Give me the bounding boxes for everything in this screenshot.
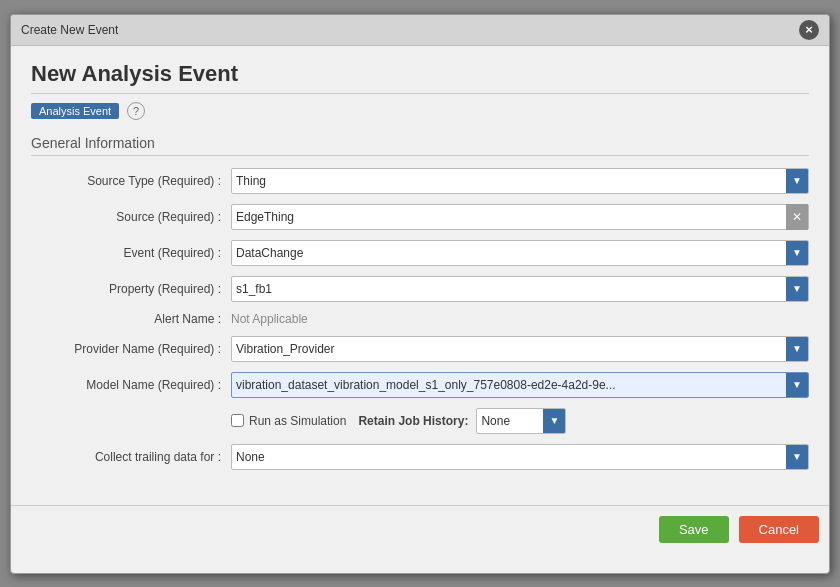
save-button[interactable]: Save [659, 516, 729, 543]
provider-name-label: Provider Name (Required) : [31, 342, 231, 356]
property-row: Property (Required) : s1_fb1 ▼ [31, 276, 809, 302]
model-dropdown-arrow[interactable]: ▼ [786, 373, 808, 397]
event-control: DataChange ▼ [231, 240, 809, 266]
event-dropdown-arrow[interactable]: ▼ [786, 241, 808, 265]
source-type-control: Thing ▼ [231, 168, 809, 194]
event-select[interactable]: DataChange ▼ [231, 240, 809, 266]
collect-trailing-row: Collect trailing data for : None ▼ [31, 444, 809, 470]
cancel-button[interactable]: Cancel [739, 516, 819, 543]
collect-trailing-control: None ▼ [231, 444, 809, 470]
provider-name-select[interactable]: Vibration_Provider ▼ [231, 336, 809, 362]
collect-trailing-select[interactable]: None ▼ [231, 444, 809, 470]
dialog-title-text: Create New Event [21, 23, 118, 37]
retain-job-label: Retain Job History: [358, 414, 468, 428]
help-icon[interactable]: ? [127, 102, 145, 120]
property-label: Property (Required) : [31, 282, 231, 296]
property-dropdown-arrow[interactable]: ▼ [786, 277, 808, 301]
source-value: EdgeThing [236, 210, 786, 224]
collect-trailing-value: None [236, 450, 786, 464]
title-divider [31, 93, 809, 94]
property-control: s1_fb1 ▼ [231, 276, 809, 302]
source-type-dropdown-arrow[interactable]: ▼ [786, 169, 808, 193]
tab-row: Analysis Event ? [31, 102, 809, 120]
section-title: General Information [31, 135, 809, 156]
page-title: New Analysis Event [31, 61, 809, 87]
source-type-value: Thing [236, 174, 786, 188]
model-name-row: Model Name (Required) : vibration_datase… [31, 372, 809, 398]
alert-name-control: Not Applicable [231, 312, 809, 326]
tab-analysis-event[interactable]: Analysis Event [31, 103, 119, 119]
source-control: EdgeThing ✕ [231, 204, 809, 230]
retain-job-group: Retain Job History: None ▼ [358, 408, 566, 434]
footer-divider [11, 505, 829, 506]
dialog-titlebar: Create New Event × [11, 15, 829, 46]
provider-dropdown-arrow[interactable]: ▼ [786, 337, 808, 361]
model-name-label: Model Name (Required) : [31, 378, 231, 392]
model-name-value: vibration_dataset_vibration_model_s1_onl… [236, 378, 786, 392]
source-clear-button[interactable]: ✕ [786, 204, 808, 230]
run-simulation-label: Run as Simulation [249, 414, 346, 428]
source-label: Source (Required) : [31, 210, 231, 224]
event-value: DataChange [236, 246, 786, 260]
retain-job-select[interactable]: None ▼ [476, 408, 566, 434]
collect-trailing-label: Collect trailing data for : [31, 450, 231, 464]
alert-name-value: Not Applicable [231, 312, 308, 326]
close-button[interactable]: × [799, 20, 819, 40]
event-label: Event (Required) : [31, 246, 231, 260]
alert-name-row: Alert Name : Not Applicable [31, 312, 809, 326]
retain-dropdown-arrow[interactable]: ▼ [543, 409, 565, 433]
model-name-control: vibration_dataset_vibration_model_s1_onl… [231, 372, 809, 398]
alert-name-label: Alert Name : [31, 312, 231, 326]
collect-dropdown-arrow[interactable]: ▼ [786, 445, 808, 469]
model-name-select[interactable]: vibration_dataset_vibration_model_s1_onl… [231, 372, 809, 398]
source-type-label: Source Type (Required) : [31, 174, 231, 188]
options-row: Run as Simulation Retain Job History: No… [231, 408, 809, 434]
event-row: Event (Required) : DataChange ▼ [31, 240, 809, 266]
source-type-row: Source Type (Required) : Thing ▼ [31, 168, 809, 194]
source-row: Source (Required) : EdgeThing ✕ [31, 204, 809, 230]
run-simulation-group: Run as Simulation [231, 414, 346, 428]
property-value: s1_fb1 [236, 282, 786, 296]
create-event-dialog: Create New Event × New Analysis Event An… [10, 14, 830, 574]
retain-job-value: None [481, 414, 510, 428]
provider-name-control: Vibration_Provider ▼ [231, 336, 809, 362]
run-simulation-checkbox[interactable] [231, 414, 244, 427]
dialog-body: New Analysis Event Analysis Event ? Gene… [11, 46, 829, 490]
source-select[interactable]: EdgeThing ✕ [231, 204, 809, 230]
property-select[interactable]: s1_fb1 ▼ [231, 276, 809, 302]
provider-name-value: Vibration_Provider [236, 342, 786, 356]
source-type-select[interactable]: Thing ▼ [231, 168, 809, 194]
provider-name-row: Provider Name (Required) : Vibration_Pro… [31, 336, 809, 362]
dialog-footer: Save Cancel [11, 516, 829, 553]
